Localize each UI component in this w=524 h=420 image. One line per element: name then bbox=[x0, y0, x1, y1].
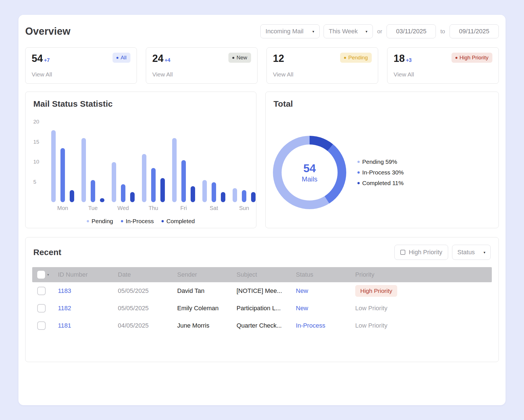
stat-badge-label: All bbox=[121, 55, 127, 61]
date-from-input[interactable]: 03/11/2025 bbox=[387, 24, 436, 38]
status-filter-label: Status bbox=[457, 249, 475, 256]
bar-group: Sun bbox=[233, 122, 256, 202]
view-all-link[interactable]: View All bbox=[152, 71, 251, 78]
legend-label: In-Process 30% bbox=[362, 169, 404, 176]
row-checkbox[interactable] bbox=[37, 287, 46, 295]
bar-group: Wed bbox=[112, 122, 135, 202]
bar-group: Fri bbox=[172, 122, 195, 202]
recent-table: ▾ ID NumberDateSenderSubjectStatusPriori… bbox=[32, 267, 492, 334]
priority-badge: Low Priority bbox=[355, 322, 387, 329]
legend-item: Completed 11% bbox=[357, 180, 404, 186]
view-all-link[interactable]: View All bbox=[32, 71, 130, 78]
stat-number-wrap: 54+7 bbox=[32, 53, 50, 64]
to-label: to bbox=[440, 28, 445, 35]
legend-label: Completed bbox=[166, 218, 195, 225]
legend-label: Pending 59% bbox=[362, 158, 397, 165]
bar-pending bbox=[233, 188, 237, 202]
bar-completed bbox=[70, 190, 74, 202]
recent-header: Recent High Priority Status ▾ bbox=[32, 245, 492, 260]
chevron-down-icon: ▾ bbox=[366, 29, 368, 34]
legend-item: In-Process bbox=[121, 218, 154, 225]
donut-area: 54 Mails Pending 59%In-Process 30%Comple… bbox=[266, 117, 499, 228]
x-axis-category-label: Wed bbox=[118, 205, 129, 211]
high-priority-filter[interactable]: High Priority bbox=[394, 245, 448, 260]
x-axis-category-label: Fri bbox=[180, 205, 187, 211]
legend-label: In-Process bbox=[126, 218, 154, 225]
x-axis-category-label: Sun bbox=[239, 205, 249, 211]
x-axis-category-label: Sat bbox=[210, 205, 218, 211]
badge-dot-icon bbox=[116, 57, 118, 59]
status-filter-dropdown[interactable]: Status ▾ bbox=[452, 245, 491, 260]
stat-card: 12PendingView All bbox=[266, 47, 378, 84]
column-header: ID Number bbox=[58, 271, 118, 278]
table-header-checkbox[interactable]: ▾ bbox=[32, 271, 58, 279]
stat-card: 18+3High PriorityView All bbox=[387, 47, 499, 84]
row-checkbox[interactable] bbox=[37, 304, 46, 312]
column-header: Sender bbox=[177, 271, 237, 278]
stat-badge: Pending bbox=[340, 53, 372, 63]
cell-priority: Low Priority bbox=[355, 322, 492, 329]
y-axis-tick-label: 10 bbox=[33, 159, 45, 165]
badge-dot-icon bbox=[455, 57, 457, 59]
bar-completed bbox=[100, 198, 104, 202]
stat-card-top: 54+7All bbox=[32, 53, 130, 64]
column-header: Date bbox=[118, 271, 177, 278]
bar-chart-plot: 5101520MonTueWedThuFriSatSun bbox=[33, 122, 248, 202]
cell-id-number[interactable]: 1181 bbox=[58, 322, 118, 329]
stat-card-top: 24+4New bbox=[152, 53, 251, 64]
bar-pending bbox=[51, 130, 56, 202]
donut-chart-title: Total bbox=[273, 99, 491, 109]
chevron-down-icon: ▾ bbox=[47, 273, 49, 277]
legend-dot-icon bbox=[357, 182, 360, 184]
view-all-link[interactable]: View All bbox=[273, 71, 372, 78]
stat-badge: High Priority bbox=[452, 53, 492, 63]
x-axis-category-label: Tue bbox=[88, 205, 98, 211]
bar-group: Sat bbox=[202, 122, 225, 202]
donut-chart-card: Total 54 Mails Pending 59%In-Process 30%… bbox=[265, 92, 499, 228]
bar-in-process bbox=[121, 184, 125, 202]
or-label: or bbox=[377, 28, 382, 35]
stat-number-wrap: 12 bbox=[273, 53, 284, 64]
header: Overview Incoming Mail ▾ This Week ▾ or … bbox=[25, 24, 499, 38]
stat-badge-label: Pending bbox=[348, 55, 368, 61]
x-axis-category-label: Mon bbox=[57, 205, 68, 211]
cell-subject: Quarter Check... bbox=[237, 322, 296, 329]
period-dropdown[interactable]: This Week ▾ bbox=[324, 24, 373, 38]
legend-dot-icon bbox=[121, 220, 123, 222]
bar-pending bbox=[142, 154, 146, 202]
stat-card-top: 18+3High Priority bbox=[394, 53, 492, 64]
legend-dot-icon bbox=[87, 220, 89, 222]
cell-id-number[interactable]: 1183 bbox=[58, 287, 118, 295]
stat-delta: +7 bbox=[44, 57, 50, 63]
table-row: 118104/05/2025June MorrisQuarter Check..… bbox=[32, 317, 492, 334]
stat-value: 12 bbox=[273, 53, 284, 64]
mail-type-dropdown[interactable]: Incoming Mail ▾ bbox=[260, 24, 320, 38]
date-to-input[interactable]: 09/11/2025 bbox=[450, 24, 499, 38]
row-checkbox[interactable] bbox=[37, 321, 46, 330]
bar-completed bbox=[251, 192, 256, 202]
legend-label: Pending bbox=[92, 218, 113, 225]
cell-sender: David Tan bbox=[177, 287, 237, 295]
cell-status: In-Process bbox=[296, 322, 355, 329]
bar-completed bbox=[221, 192, 225, 202]
cell-date: 04/05/2025 bbox=[118, 322, 177, 329]
cell-subject: [NOTICE] Mee... bbox=[237, 287, 296, 295]
overview-panel: Overview Incoming Mail ▾ This Week ▾ or … bbox=[18, 15, 506, 405]
checkbox-icon bbox=[37, 271, 45, 279]
stat-cards: 54+7AllView All24+4NewView All12PendingV… bbox=[25, 47, 499, 84]
recent-section: Recent High Priority Status ▾ ▾ ID Numbe… bbox=[25, 237, 499, 362]
cell-id-number[interactable]: 1182 bbox=[58, 305, 118, 312]
stat-badge: All bbox=[113, 53, 130, 63]
checkbox-icon bbox=[400, 250, 405, 255]
bar-group: Mon bbox=[51, 122, 74, 202]
badge-dot-icon bbox=[344, 57, 346, 59]
view-all-link[interactable]: View All bbox=[394, 71, 492, 78]
y-axis-tick-label: 20 bbox=[33, 119, 45, 125]
column-header: Status bbox=[296, 271, 355, 278]
recent-title: Recent bbox=[33, 248, 61, 257]
table-header-row: ▾ ID NumberDateSenderSubjectStatusPriori… bbox=[32, 267, 492, 282]
bar-in-process bbox=[212, 182, 216, 202]
cell-subject: Participation L... bbox=[237, 305, 296, 312]
bar-groups: MonTueWedThuFriSatSun bbox=[51, 122, 243, 202]
y-axis-tick-label: 5 bbox=[33, 179, 45, 185]
